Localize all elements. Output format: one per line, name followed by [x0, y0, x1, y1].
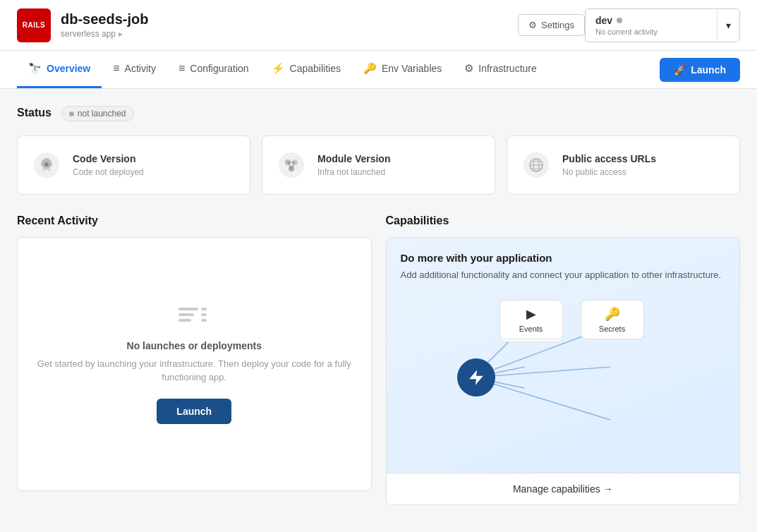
capabilities-section: Capabilities Do more with your applicati…	[386, 214, 741, 505]
capabilities-box: Do more with your application Add additi…	[386, 237, 741, 505]
card-icon-modules	[277, 150, 306, 180]
bolt-circle	[457, 358, 495, 397]
card-content-access: Public access URLs No public access	[562, 153, 656, 177]
empty-state: No launches or deployments Get started b…	[32, 305, 357, 424]
nav-item-infrastructure[interactable]: ⚙ Infrastructure	[453, 51, 547, 88]
env-status-text: No current activity	[595, 28, 707, 36]
card-content-module: Module Version Infra not launched	[317, 153, 390, 177]
rocket-icon: 🚀	[674, 64, 686, 75]
breadcrumb-arrow: ▸	[119, 29, 123, 39]
logo-text: RAILS	[23, 21, 46, 29]
env-selector[interactable]: dev No current activity ▾	[585, 8, 740, 42]
app-name: db-seeds-job	[61, 11, 507, 28]
nav-label-capabilities: Capabilities	[290, 63, 341, 74]
app-logo: RAILS	[17, 8, 51, 42]
main-content: Status not launched Code Version Code no…	[0, 89, 757, 522]
env-main: dev No current activity	[586, 9, 717, 42]
svg-point-1	[44, 162, 49, 167]
events-icon: ▶	[526, 306, 536, 322]
infrastructure-icon: ⚙	[464, 62, 473, 75]
gear-icon: ⚙	[528, 20, 537, 30]
settings-button[interactable]: ⚙ Settings	[518, 14, 585, 36]
header-title-block: db-seeds-job serverless app ▸	[61, 11, 507, 39]
launch-button-empty[interactable]: Launch	[157, 399, 231, 424]
recent-activity-section: Recent Activity No launches or deplo	[17, 214, 372, 505]
svg-point-2	[279, 152, 304, 178]
cap-diagram: 🗄 Datastores 📶 Monitoring 🌐 Subdomains	[401, 296, 726, 459]
configuration-icon: ≡	[178, 62, 185, 75]
svg-rect-15	[178, 308, 198, 310]
cap-card-secrets[interactable]: 🔑 Secrets	[581, 300, 644, 339]
empty-list-icon	[32, 305, 357, 330]
svg-rect-18	[201, 308, 207, 310]
nav-item-activity[interactable]: ≡ Activity	[102, 51, 167, 88]
nav-label-infrastructure: Infrastructure	[478, 63, 536, 74]
empty-title: No launches or deployments	[32, 340, 357, 351]
cap-card-events[interactable]: ▶ Events	[499, 300, 563, 339]
manage-capabilities-button[interactable]: Manage capabilities →	[387, 473, 740, 504]
card-subtitle-access: No public access	[562, 167, 656, 177]
card-title-code: Code Version	[73, 153, 144, 164]
capabilities-icon: ⚡	[272, 62, 285, 75]
nav-item-overview[interactable]: 🔭 Overview	[17, 51, 102, 88]
card-title-module: Module Version	[317, 153, 390, 164]
svg-rect-20	[201, 319, 207, 322]
empty-desc: Get started by launching your infrastruc…	[32, 357, 357, 385]
card-module-version: Module Version Infra not launched	[262, 135, 495, 195]
card-icon-rocket	[32, 150, 61, 180]
card-title-access: Public access URLs	[562, 153, 656, 164]
svg-rect-16	[178, 313, 194, 316]
status-badge-text: not launched	[78, 109, 126, 119]
status-dot	[69, 111, 74, 116]
nav-item-capabilities[interactable]: ⚡ Capabilities	[260, 51, 352, 88]
card-public-access: Public access URLs No public access	[507, 135, 740, 195]
nav-label-env-variables: Env Variables	[382, 63, 442, 74]
env-dropdown-button[interactable]: ▾	[717, 9, 739, 42]
nav-bar: 🔭 Overview ≡ Activity ≡ Configuration ⚡ …	[0, 51, 757, 89]
card-code-version: Code Version Code not deployed	[17, 135, 250, 195]
header-right: dev No current activity ▾	[585, 8, 740, 42]
chevron-down-icon: ▾	[726, 20, 731, 31]
cards-row: Code Version Code not deployed Module Ve…	[17, 135, 740, 195]
card-subtitle-module: Infra not launched	[317, 167, 390, 177]
nav-item-env-variables[interactable]: 🔑 Env Variables	[352, 51, 453, 88]
card-subtitle-code: Code not deployed	[73, 167, 144, 177]
status-section: Status not launched	[17, 106, 740, 121]
status-badge: not launched	[61, 106, 134, 121]
card-icon-globe	[521, 150, 551, 180]
header: RAILS db-seeds-job serverless app ▸ ⚙ Se…	[0, 0, 757, 51]
cap-section-desc: Add additional functionality and connect…	[401, 268, 726, 282]
status-label: Status	[17, 107, 52, 119]
env-variables-icon: 🔑	[363, 62, 377, 75]
svg-rect-17	[178, 319, 191, 322]
nav-label-overview: Overview	[47, 63, 90, 74]
cap-label-secrets: Secrets	[599, 325, 625, 333]
app-type: serverless app ▸	[61, 29, 507, 39]
env-status-dot	[617, 18, 622, 23]
two-col-section: Recent Activity No launches or deplo	[17, 214, 740, 505]
capabilities-inner: Do more with your application Add additi…	[387, 238, 740, 473]
activity-icon: ≡	[113, 62, 119, 75]
nav-label-configuration: Configuration	[190, 63, 248, 74]
cap-label-events: Events	[519, 325, 543, 333]
activity-box: No launches or deployments Get started b…	[17, 237, 372, 491]
overview-icon: 🔭	[28, 62, 42, 75]
nav-item-configuration[interactable]: ≡ Configuration	[167, 51, 260, 88]
launch-button-nav[interactable]: 🚀 Launch	[660, 58, 740, 82]
recent-activity-title: Recent Activity	[17, 214, 372, 227]
secrets-icon: 🔑	[605, 306, 620, 322]
capabilities-title: Capabilities	[386, 214, 741, 227]
cap-section-title: Do more with your application	[401, 252, 726, 264]
svg-rect-19	[201, 313, 207, 316]
card-content-code: Code Version Code not deployed	[73, 153, 144, 177]
nav-label-activity: Activity	[125, 63, 156, 74]
env-name: dev	[595, 15, 707, 26]
settings-area: ⚙ Settings	[518, 14, 585, 36]
